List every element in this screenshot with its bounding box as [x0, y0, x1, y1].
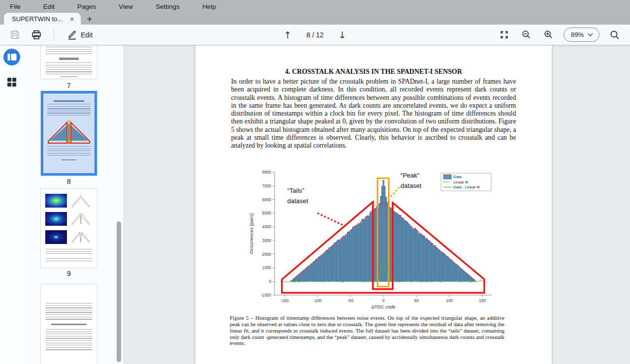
- zoom-out-button[interactable]: [519, 28, 534, 42]
- menu-bar: File Edit Pages View Settings Help: [0, 0, 630, 13]
- figure5-histogram-chart: -1000010002000300040005000600070008000-1…: [246, 162, 507, 313]
- svg-text:-100: -100: [314, 298, 322, 303]
- thumbnail-page-10[interactable]: [41, 284, 97, 364]
- svg-text:5000: 5000: [262, 211, 272, 215]
- chevron-down-icon: [588, 33, 593, 36]
- previous-page-button[interactable]: ↑: [282, 28, 294, 42]
- svg-text:dataset: dataset: [287, 197, 308, 205]
- arrow-up-icon: ↑: [284, 30, 292, 40]
- toolbar-separator: [54, 30, 54, 40]
- menu-help[interactable]: Help: [202, 3, 216, 10]
- print-button[interactable]: [29, 28, 44, 42]
- menu-pages[interactable]: Pages: [77, 3, 96, 10]
- svg-text:8000: 8000: [262, 170, 272, 175]
- svg-text:“Tails”: “Tails”: [287, 187, 304, 194]
- svg-text:Occurrences [pairs]: Occurrences [pairs]: [249, 213, 254, 254]
- edit-mode-button[interactable]: Edit: [64, 28, 94, 42]
- svg-text:dataset: dataset: [401, 182, 422, 189]
- tab-title: SUPERTWIN to...: [12, 15, 63, 23]
- left-rail: [0, 45, 24, 364]
- print-icon: [31, 30, 42, 40]
- new-tab-button[interactable]: +: [87, 14, 93, 24]
- tab-supertwin[interactable]: SUPERTWIN to... ×: [4, 13, 81, 25]
- save-button[interactable]: [8, 28, 22, 42]
- fullscreen-icon: [499, 30, 509, 40]
- menu-edit[interactable]: Edit: [43, 3, 55, 10]
- edit-pencil-icon: [66, 30, 78, 40]
- zoom-level-value: 89%: [571, 31, 584, 38]
- toolbar: Edit ↑ 8 / 12 ↓: [0, 25, 630, 45]
- zoom-out-icon: [521, 30, 532, 40]
- pdf-viewer-app: File Edit Pages View Settings Help SUPER…: [0, 0, 630, 364]
- zoom-level-dropdown[interactable]: 89%: [564, 28, 599, 42]
- thumbnail-page-7-label: 7: [41, 82, 97, 90]
- thumbnail-page-9-label: 9: [41, 270, 97, 277]
- svg-text:100: 100: [446, 298, 453, 303]
- svg-text:4000: 4000: [262, 224, 272, 229]
- svg-text:“Peak”: “Peak”: [401, 172, 419, 179]
- svg-text:Data: Data: [453, 175, 462, 179]
- section-heading: 4. CROSSTALK ANALYSIS IN THE SPADNET-I S…: [195, 68, 552, 76]
- menu-settings[interactable]: Settings: [156, 3, 180, 10]
- svg-text:0: 0: [269, 279, 271, 284]
- svg-text:50: 50: [414, 298, 419, 303]
- svg-text:0: 0: [382, 298, 385, 303]
- menu-file[interactable]: File: [10, 3, 21, 10]
- svg-text:-50: -50: [347, 298, 353, 303]
- figure5-caption: Figure 5 – Histogram of timestamp differ…: [230, 315, 504, 346]
- thumbnail-page-9[interactable]: [41, 189, 97, 268]
- thumbnail-page-8-label: 8: [41, 178, 97, 185]
- thumbnail-mini-chart: [43, 119, 94, 144]
- svg-text:ΔTDC code: ΔTDC code: [371, 304, 395, 309]
- zoom-in-icon: [543, 30, 554, 40]
- svg-text:-1000: -1000: [261, 293, 272, 298]
- svg-text:7000: 7000: [262, 183, 272, 188]
- svg-text:Linear fit: Linear fit: [453, 180, 469, 184]
- search-icon: [609, 30, 620, 40]
- page-indicator: 8 / 12: [306, 31, 323, 39]
- document-viewport[interactable]: 4. CROSSTALK ANALYSIS IN THE SPADNET-I S…: [124, 45, 630, 364]
- grid-view-icon: [7, 77, 17, 87]
- save-icon: [10, 30, 20, 40]
- zoom-in-button[interactable]: [541, 28, 556, 42]
- thumbnail-page-8[interactable]: [41, 91, 97, 176]
- arrow-down-icon: ↓: [339, 30, 346, 40]
- fullscreen-button[interactable]: [497, 28, 511, 42]
- body-paragraph: In order to have a better picture of the…: [231, 78, 516, 150]
- svg-text:1000: 1000: [262, 265, 272, 270]
- next-page-button[interactable]: ↓: [337, 28, 348, 42]
- thumbnail-panel: 7 8: [24, 45, 124, 364]
- svg-text:150: 150: [479, 298, 486, 303]
- menu-view[interactable]: View: [119, 3, 133, 10]
- thumbnail-scrollbar[interactable]: [117, 221, 121, 362]
- edit-label: Edit: [81, 31, 93, 39]
- pdf-page-8: 4. CROSSTALK ANALYSIS IN THE SPADNET-I S…: [195, 45, 552, 364]
- thumbnail-page-7[interactable]: [41, 44, 97, 79]
- tab-bar: SUPERTWIN to... × +: [0, 13, 630, 25]
- svg-text:6000: 6000: [262, 197, 272, 202]
- svg-text:Data - Linear fit: Data - Linear fit: [453, 185, 480, 189]
- svg-text:3000: 3000: [262, 238, 272, 243]
- grid-view-button[interactable]: [7, 77, 17, 89]
- svg-text:2000: 2000: [262, 252, 272, 257]
- tab-close-icon[interactable]: ×: [68, 15, 76, 23]
- svg-text:-150: -150: [281, 298, 289, 303]
- sidebar-panel-icon: [7, 53, 17, 61]
- thumbnail-heatmaps: [44, 193, 94, 246]
- search-button[interactable]: [607, 28, 622, 42]
- thumbnail-panel-toggle[interactable]: [3, 49, 20, 65]
